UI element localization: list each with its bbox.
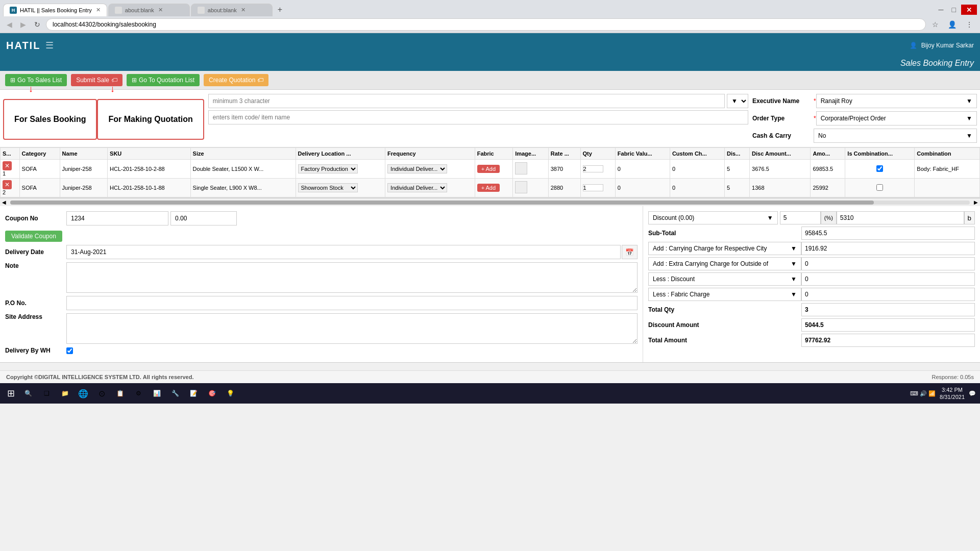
executive-label: Executive Name [752, 97, 814, 105]
taskbar-edge[interactable]: 🌐 [75, 385, 91, 402]
taskbar-app4[interactable]: 🔧 [167, 385, 183, 402]
carrying-charge-input[interactable] [801, 242, 975, 255]
taskbar-app7[interactable]: 💡 [222, 385, 238, 402]
delivery-select-2[interactable]: Factory Production Showroom Stock [298, 183, 358, 192]
cell-frequency-2[interactable]: Individual Deliver... [385, 179, 475, 197]
less-discount-input[interactable] [801, 272, 975, 286]
address-input[interactable] [46, 18, 926, 31]
executive-dropdown[interactable]: Ranajit Roy ▼ [816, 94, 977, 108]
scrollbar-track[interactable] [10, 201, 970, 205]
delete-row-1-button[interactable]: ✕ [3, 161, 12, 170]
search-dropdown[interactable]: ▼ [727, 94, 748, 108]
note-input[interactable] [66, 262, 638, 293]
cell-delivery-2[interactable]: Factory Production Showroom Stock [296, 179, 385, 197]
order-type-dropdown[interactable]: Corporate/Project Order ▼ [816, 111, 977, 126]
discount-row: Discount (0.00) ▼ (%) b [648, 211, 975, 224]
po-no-input[interactable] [66, 296, 638, 310]
sl-1: 1 [3, 170, 6, 177]
frequency-select-2[interactable]: Individual Deliver... [387, 183, 447, 192]
taskbar-app2[interactable]: ⚙ [130, 385, 146, 402]
create-quotation-button[interactable]: Create Quotation 🏷 [204, 74, 268, 86]
page-scrollbar[interactable] [0, 362, 980, 370]
frequency-select-1[interactable]: Individual Deliver... [387, 164, 447, 173]
taskbar-app6[interactable]: 🎯 [204, 385, 220, 402]
go-to-quotation-list-button[interactable]: ⊞ Go To Quotation List [127, 74, 200, 86]
extra-carrying-select[interactable]: Add : Extra Carrying Charge for Outside … [648, 257, 801, 270]
restore-button[interactable]: □ [949, 5, 959, 15]
discount-pct-input[interactable] [780, 211, 821, 224]
scroll-left-btn[interactable]: ◀ [0, 199, 8, 205]
user-profile-button[interactable]: 👤 [945, 19, 960, 30]
tab-active[interactable]: H HATIL || Sales Booking Entry ✕ [3, 4, 107, 16]
less-fabric-input[interactable] [801, 288, 975, 301]
new-tab-button[interactable]: + [274, 3, 286, 16]
item-search-input[interactable] [208, 110, 748, 124]
less-discount-select[interactable]: Less : Discount ▼ [648, 272, 801, 286]
reload-button[interactable]: ↻ [32, 19, 43, 30]
taskbar-chrome[interactable]: ⊙ [93, 385, 110, 402]
tab-close-3[interactable]: ✕ [241, 7, 246, 13]
delivery-select-1[interactable]: Factory Production Showroom Stock [298, 164, 358, 173]
qty-input-1[interactable] [583, 165, 603, 172]
notification-icon[interactable]: 💬 [969, 390, 976, 397]
delivery-by-wh-checkbox[interactable] [66, 347, 73, 354]
tab-close-2[interactable]: ✕ [158, 7, 163, 13]
delivery-date-input[interactable] [66, 245, 621, 259]
list2-icon: ⊞ [132, 77, 137, 84]
cell-frequency-1[interactable]: Individual Deliver... [385, 160, 475, 179]
combination-checkbox-2[interactable] [876, 184, 883, 191]
cell-combination-check-2[interactable] [845, 179, 915, 197]
cell-qty-2[interactable] [580, 179, 615, 197]
taskbar-app3[interactable]: 📊 [149, 385, 165, 402]
cash-carry-dropdown[interactable]: No ▼ [814, 129, 977, 143]
start-button[interactable]: ⊞ [4, 386, 18, 401]
cell-qty-1[interactable] [580, 160, 615, 179]
cell-category-1: SOFA [19, 160, 60, 179]
add-fabric-2-button[interactable]: + Add [477, 184, 500, 192]
discount-select-container[interactable]: Discount (0.00) ▼ [648, 211, 778, 224]
cell-combination-check-1[interactable] [845, 160, 915, 179]
cell-discount-1: 5 [724, 160, 749, 179]
settings-button[interactable]: ⋮ [963, 19, 976, 30]
extra-carrying-input[interactable] [801, 257, 975, 270]
coupon-no-input[interactable] [66, 211, 168, 226]
taskbar-file-explorer[interactable]: 📁 [57, 385, 73, 402]
combination-checkbox-1[interactable] [876, 165, 883, 172]
cell-delivery-1[interactable]: Factory Production Showroom Stock [296, 160, 385, 179]
site-address-input[interactable] [66, 313, 638, 344]
delete-row-2-button[interactable]: ✕ [3, 180, 12, 189]
coupon-value-input[interactable] [170, 211, 237, 226]
minimize-button[interactable]: ─ [936, 5, 947, 15]
cell-image-2 [513, 179, 549, 197]
discount-amount-input[interactable] [837, 211, 964, 224]
taskbar-task-view[interactable]: ❑ [38, 385, 55, 402]
back-button[interactable]: ◀ [4, 19, 15, 30]
taskbar-app1[interactable]: 📋 [112, 385, 128, 402]
close-button[interactable]: ✕ [961, 5, 977, 15]
go-to-sales-list-button[interactable]: ⊞ Go To Sales List [5, 74, 67, 86]
taskbar-app5[interactable]: 📝 [185, 385, 202, 402]
taskbar-search[interactable]: 🔍 [20, 385, 36, 402]
carrying-charge-select[interactable]: Add : Carrying Charge for Respective Cit… [648, 242, 801, 255]
qty-input-2[interactable] [583, 184, 603, 191]
site-address-row: Site Address [5, 313, 638, 344]
tab-3[interactable]: about:blank ✕ [191, 4, 273, 16]
tab-close-1[interactable]: ✕ [96, 7, 101, 13]
customer-search-input[interactable] [208, 94, 725, 108]
less-fabric-select[interactable]: Less : Fabric Charge ▼ [648, 288, 801, 301]
horizontal-scrollbar[interactable]: ◀ ▶ [0, 198, 980, 206]
discount-action-button[interactable]: b [964, 211, 975, 224]
cell-name-2: Juniper-258 [60, 179, 107, 197]
tab-2[interactable]: about:blank ✕ [108, 4, 190, 16]
hamburger-icon[interactable]: ☰ [45, 40, 54, 51]
forward-button[interactable]: ▶ [18, 19, 29, 30]
bookmark-button[interactable]: ☆ [929, 19, 942, 30]
add-fabric-1-button[interactable]: + Add [477, 165, 500, 173]
sub-total-input[interactable] [801, 227, 975, 240]
cell-fabric-2[interactable]: + Add [475, 179, 512, 197]
scrollbar-thumb[interactable] [10, 201, 874, 205]
calendar-button[interactable]: 📅 [622, 245, 638, 259]
cell-fabric-1[interactable]: + Add [475, 160, 512, 179]
scroll-right-btn[interactable]: ▶ [972, 199, 980, 205]
validate-coupon-button[interactable]: Validate Coupon [5, 231, 62, 242]
